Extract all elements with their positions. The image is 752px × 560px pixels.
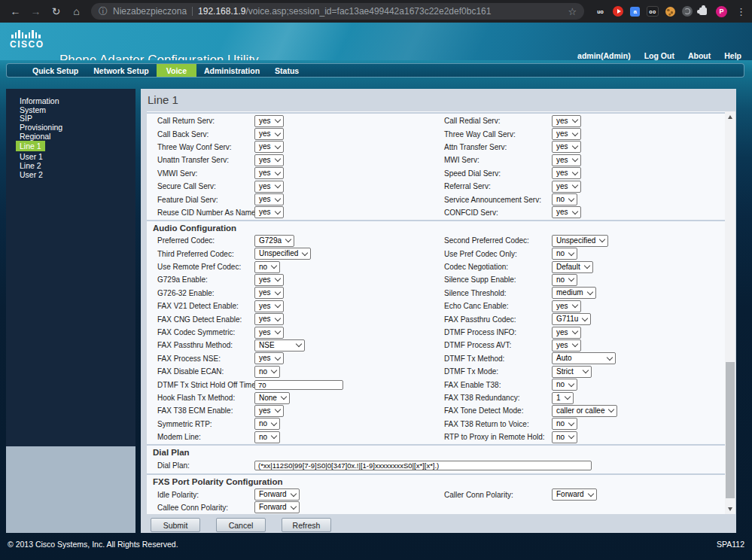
- dtmf-tx-method-select[interactable]: Auto: [552, 352, 616, 364]
- home-icon[interactable]: ⌂: [67, 5, 86, 17]
- fax-enable-t38-select[interactable]: no: [552, 379, 577, 391]
- feature-dial-serv-select[interactable]: yes: [254, 193, 284, 205]
- address-bar[interactable]: ⓘ Niezabezpieczona 192.168.1.9/voice.asp…: [91, 3, 584, 20]
- fax-v21-detect-enable-select[interactable]: yes: [254, 300, 284, 312]
- referral-serv-select[interactable]: yes: [552, 181, 581, 193]
- selected-value: no: [556, 379, 565, 390]
- symmetric-rtp-select[interactable]: no: [254, 418, 280, 430]
- swirl-extension-icon[interactable]: [682, 6, 693, 17]
- form-row: Use Remote Pref Codec:noCodec Negotiatio…: [147, 260, 725, 273]
- translate-extension-icon[interactable]: a: [630, 7, 640, 17]
- goggles-extension-icon[interactable]: oo: [647, 6, 659, 17]
- form-row: G726-32 Enable:yesSilence Threshold:medi…: [147, 287, 725, 300]
- ublock-extension-icon[interactable]: uo: [595, 6, 606, 17]
- extensions-puzzle-icon[interactable]: [699, 8, 707, 15]
- dtmf-tx-strict-hold-off-time-input[interactable]: [254, 380, 343, 390]
- callee-conn-polarity-select[interactable]: Forward: [254, 501, 300, 513]
- silence-supp-enable-select[interactable]: no: [552, 274, 577, 286]
- dtmf-process-avt-select[interactable]: yes: [552, 339, 581, 352]
- section-divider: [147, 220, 725, 221]
- fax-t38-return-to-voice-select[interactable]: no: [552, 418, 577, 430]
- fax-passthru-codec-select[interactable]: G711u: [552, 313, 591, 325]
- menu-kebab-icon[interactable]: ⋮: [736, 6, 746, 17]
- reuse-cid-number-as-name-select[interactable]: yes: [254, 206, 284, 218]
- three-way-conf-serv-select[interactable]: yes: [254, 141, 284, 153]
- dtmf-process-info-select[interactable]: yes: [552, 327, 581, 339]
- g726-32-enable-select[interactable]: yes: [254, 287, 284, 299]
- use-remote-pref-codec-select[interactable]: no: [254, 261, 280, 273]
- form-row: FAX V21 Detect Enable:yesEcho Canc Enabl…: [147, 300, 725, 312]
- g729a-enable-select[interactable]: yes: [254, 274, 284, 286]
- call-back-serv-select[interactable]: yes: [254, 128, 284, 140]
- profile-avatar[interactable]: P: [716, 6, 727, 17]
- field-label: Caller Conn Polarity:: [444, 491, 552, 499]
- call-redial-serv-select[interactable]: yes: [552, 115, 581, 127]
- log-out-link[interactable]: Log Out: [644, 51, 674, 60]
- forward-icon[interactable]: →: [26, 5, 45, 17]
- hook-flash-tx-method-select[interactable]: None: [254, 392, 290, 404]
- tab-status[interactable]: Status: [267, 64, 306, 77]
- silence-threshold-select[interactable]: medium: [552, 287, 596, 299]
- form-row: Callee Conn Polarity:Forward: [147, 501, 725, 514]
- back-icon[interactable]: ←: [6, 5, 25, 17]
- caller-conn-polarity-select[interactable]: Forward: [552, 488, 597, 501]
- fax-cng-detect-enable-select[interactable]: yes: [254, 313, 284, 325]
- confcid-serv-select[interactable]: yes: [552, 206, 581, 218]
- selected-value: yes: [556, 340, 568, 351]
- field-label: Referral Serv:: [444, 182, 552, 190]
- third-preferred-codec-select[interactable]: Unspecified: [254, 248, 311, 260]
- bookmark-star-icon[interactable]: ☆: [568, 6, 577, 17]
- fax-tone-detect-mode-select[interactable]: caller or callee: [552, 405, 617, 417]
- reload-icon[interactable]: ↻: [47, 5, 65, 17]
- vertical-scrollbar[interactable]: [725, 111, 735, 514]
- fax-t38-ecm-enable-select[interactable]: yes: [254, 405, 284, 417]
- service-announcement-serv-select[interactable]: no: [552, 193, 577, 205]
- tab-administration[interactable]: Administration: [196, 64, 267, 77]
- sidebar-empty-area: [6, 446, 135, 533]
- submit-button[interactable]: Submit: [151, 518, 200, 532]
- cookie-extension-icon[interactable]: [665, 7, 675, 17]
- three-way-call-serv-select[interactable]: yes: [552, 128, 581, 140]
- preferred-codec-select[interactable]: G729a: [254, 235, 294, 247]
- mwi-serv-select[interactable]: yes: [552, 154, 581, 166]
- fax-t38-redundancy-select[interactable]: 1: [552, 392, 574, 404]
- dtmf-tx-mode-select[interactable]: Strict: [552, 366, 592, 378]
- sidebar-item-user-2[interactable]: User 2: [20, 170, 43, 179]
- scrollbar-thumb[interactable]: [726, 362, 735, 498]
- field-label: Symmetric RTP:: [147, 420, 254, 428]
- tab-quick-setup[interactable]: Quick Setup: [25, 64, 86, 77]
- fax-codec-symmetric-select[interactable]: yes: [254, 327, 284, 339]
- vmwi-serv-select[interactable]: yes: [254, 167, 284, 179]
- secure-call-serv-select[interactable]: yes: [254, 181, 284, 193]
- echo-canc-enable-select[interactable]: yes: [552, 300, 581, 312]
- second-preferred-codec-select[interactable]: Unspecified: [552, 235, 608, 247]
- fax-process-nse-select[interactable]: yes: [254, 352, 284, 364]
- rtp-to-proxy-in-remote-hold-select[interactable]: no: [552, 431, 577, 443]
- fax-disable-ecan-select[interactable]: no: [254, 366, 280, 378]
- about-link[interactable]: About: [688, 51, 711, 60]
- play-extension-icon[interactable]: [613, 6, 623, 17]
- sidebar-item-regional[interactable]: Regional: [20, 132, 50, 141]
- sidebar-row: Line 2: [20, 160, 135, 169]
- dial-plan-input[interactable]: [254, 461, 592, 470]
- tab-voice[interactable]: Voice: [157, 64, 196, 77]
- idle-polarity-select[interactable]: Forward: [254, 488, 300, 501]
- cancel-button[interactable]: Cancel: [216, 518, 266, 532]
- info-icon[interactable]: ⓘ: [99, 5, 108, 18]
- fax-passthru-method-select[interactable]: NSE: [254, 339, 305, 352]
- speed-dial-serv-select[interactable]: yes: [552, 167, 581, 179]
- tab-network-setup[interactable]: Network Setup: [86, 64, 157, 77]
- call-return-serv-select[interactable]: yes: [254, 115, 284, 127]
- use-pref-codec-only-select[interactable]: no: [552, 248, 577, 260]
- help-link[interactable]: Help: [724, 51, 741, 60]
- modem-line-select[interactable]: no: [254, 431, 280, 443]
- scroll-up-icon[interactable]: [725, 111, 735, 122]
- unattn-transfer-serv-select[interactable]: yes: [254, 154, 284, 166]
- scroll-down-icon[interactable]: [725, 504, 735, 514]
- codec-negotiation-select[interactable]: Default: [552, 261, 593, 273]
- sidebar-row: System: [20, 105, 135, 114]
- selected-value: no: [259, 367, 267, 377]
- sidebar-item-line-1[interactable]: Line 1: [16, 141, 45, 151]
- refresh-button[interactable]: Refresh: [282, 518, 331, 532]
- attn-transfer-serv-select[interactable]: yes: [552, 141, 581, 153]
